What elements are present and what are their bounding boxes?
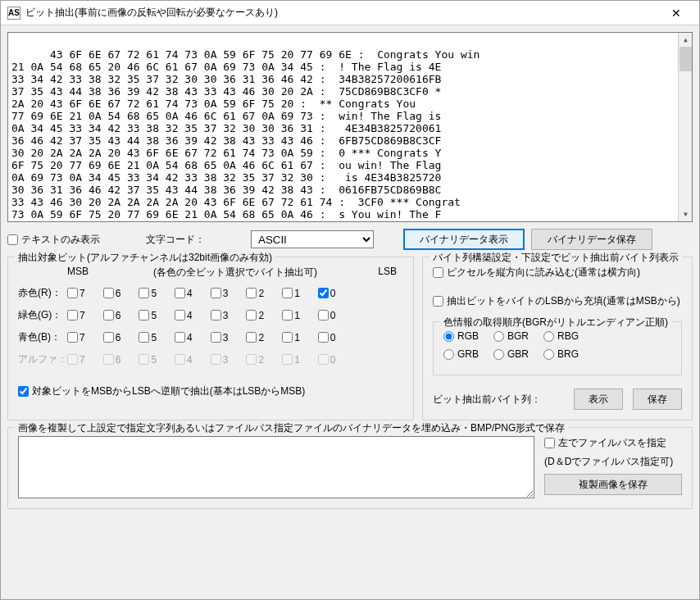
embed-textarea[interactable] [18, 436, 534, 498]
text-only-input[interactable] [7, 234, 18, 245]
app-window: AS ビット抽出(事前に画像の反転や回転が必要なケースあり) ✕ 43 6F 6… [0, 0, 700, 600]
bit-checkbox-2[interactable]: 2 [246, 288, 264, 299]
bit-input[interactable] [103, 288, 114, 298]
bit-checkbox-3[interactable]: 3 [211, 288, 229, 299]
bit-input[interactable] [139, 332, 149, 343]
bit-number-label: 0 [330, 310, 336, 321]
bit-checkbox-0[interactable]: 0 [318, 332, 336, 343]
bit-checkbox-5[interactable]: 5 [139, 288, 157, 299]
color-order-radio[interactable] [543, 349, 554, 360]
bit-input[interactable] [246, 310, 257, 320]
scroll-down-icon[interactable]: ▼ [679, 207, 693, 221]
color-order-bgr[interactable]: BGR [493, 330, 529, 342]
bit-checkbox-2[interactable]: 2 [246, 332, 264, 343]
bit-checkbox-3[interactable]: 3 [211, 332, 229, 343]
bit-checkbox-1[interactable]: 1 [282, 332, 300, 343]
color-order-radio[interactable] [543, 331, 554, 342]
bit-input[interactable] [103, 310, 114, 320]
text-only-checkbox[interactable]: テキストのみ表示 [7, 233, 100, 247]
bit-input[interactable] [318, 288, 329, 298]
reverse-order-label: 対象ビットをMSBからLSBへ逆順で抽出(基本はLSBからMSB) [32, 384, 305, 398]
bit-number-label: 7 [80, 310, 85, 321]
show-bytes-button[interactable]: 表示 [574, 389, 623, 410]
color-order-radio[interactable] [443, 331, 454, 342]
bit-checkbox-6[interactable]: 6 [103, 310, 121, 321]
filepath-input[interactable] [544, 438, 555, 448]
bit-input[interactable] [103, 332, 114, 343]
bit-checkbox-3[interactable]: 3 [211, 310, 229, 321]
bit-input[interactable] [318, 310, 329, 320]
color-order-gbr[interactable]: GBR [493, 348, 529, 360]
filepath-checkbox[interactable]: 左でファイルパスを指定 [544, 436, 682, 450]
save-binary-button[interactable]: バイナリデータ保存 [531, 229, 652, 250]
color-order-grb[interactable]: GRB [443, 348, 479, 360]
bit-input[interactable] [67, 332, 78, 343]
color-order-brg[interactable]: BRG [543, 348, 579, 360]
bit-checkbox-7[interactable]: 7 [67, 288, 85, 299]
bit-input[interactable] [67, 288, 78, 298]
lsb-label: LSB [370, 266, 403, 280]
bit-input[interactable] [282, 310, 293, 320]
bit-input[interactable] [211, 288, 221, 298]
color-order-radio[interactable] [443, 349, 454, 360]
bit-checkbox-4: 4 [175, 354, 193, 366]
bit-checkbox-2[interactable]: 2 [246, 310, 264, 321]
bit-input[interactable] [175, 288, 185, 298]
reverse-order-input[interactable] [18, 386, 29, 397]
hex-output[interactable]: 43 6F 6E 67 72 61 74 73 0A 59 6F 75 20 7… [7, 32, 693, 222]
save-bytes-button[interactable]: 保存 [633, 389, 682, 410]
bit-input[interactable] [282, 288, 293, 298]
bit-input [103, 354, 114, 365]
save-dup-button[interactable]: 複製画像を保存 [544, 474, 682, 495]
bit-checkbox-7[interactable]: 7 [67, 332, 85, 343]
encoding-select[interactable]: ASCII [251, 230, 374, 248]
scroll-thumb[interactable] [680, 47, 692, 71]
bit-checkbox-5[interactable]: 5 [139, 310, 157, 321]
bit-checkbox-1[interactable]: 1 [282, 288, 300, 299]
bit-input[interactable] [139, 310, 149, 320]
bit-checkbox-7[interactable]: 7 [67, 310, 85, 321]
reverse-order-checkbox[interactable]: 対象ビットをMSBからLSBへ逆順で抽出(基本はLSBからMSB) [18, 384, 305, 398]
bit-checkbox-4[interactable]: 4 [175, 332, 193, 343]
bit-input[interactable] [175, 332, 185, 343]
bit-input[interactable] [175, 310, 185, 320]
color-order-rgb[interactable]: RGB [443, 330, 479, 342]
bit-row-label: アルファ： [18, 352, 67, 366]
bit-checkbox-6[interactable]: 6 [103, 288, 121, 299]
color-order-rbg[interactable]: RBG [543, 330, 579, 342]
bit-checkbox-0[interactable]: 0 [318, 310, 336, 321]
bit-checkbox-1[interactable]: 1 [282, 310, 300, 321]
color-order-group: 色情報の取得順序(BGRがリトルエンディアン正順) RGBBGRRBGGRBGB… [433, 321, 682, 375]
color-order-radio[interactable] [493, 349, 504, 360]
bit-checkbox-4[interactable]: 4 [175, 288, 193, 299]
embed-side: 左でファイルパスを指定 (D＆Dでファイルパス指定可) 複製画像を保存 [544, 436, 682, 498]
bit-input[interactable] [246, 332, 257, 343]
fill-lsb-input[interactable] [433, 296, 443, 307]
bit-input[interactable] [318, 332, 329, 343]
bit-input[interactable] [139, 288, 149, 298]
bit-checkbox-6[interactable]: 6 [103, 332, 121, 343]
bit-number-label: 0 [330, 354, 336, 366]
bit-input[interactable] [282, 332, 293, 343]
read-vertical-checkbox[interactable]: ピクセルを縦方向に読み込む(通常は横方向) [433, 266, 682, 280]
bit-input [67, 354, 78, 365]
read-vertical-input[interactable] [433, 267, 443, 278]
bit-input[interactable] [246, 288, 257, 298]
show-binary-button[interactable]: バイナリデータ表示 [403, 229, 525, 250]
bit-input [139, 354, 149, 365]
bit-input[interactable] [211, 332, 221, 343]
vertical-scrollbar[interactable]: ▲ ▼ [678, 33, 692, 221]
color-order-radio[interactable] [493, 331, 504, 342]
bit-input [211, 354, 221, 365]
close-button[interactable]: ✕ [660, 2, 693, 25]
scroll-up-icon[interactable]: ▲ [679, 33, 693, 47]
fill-lsb-checkbox[interactable]: 抽出ビットをバイトのLSBから充填(通常はMSBから) [433, 294, 682, 308]
bit-input[interactable] [67, 310, 78, 320]
bit-input[interactable] [211, 310, 221, 320]
bit-checkbox-0[interactable]: 0 [318, 288, 336, 299]
color-order-label: GBR [507, 348, 529, 360]
bit-checkbox-5[interactable]: 5 [139, 332, 157, 343]
bit-checkbox-4[interactable]: 4 [175, 310, 193, 321]
bit-number-label: 2 [258, 332, 264, 343]
embed-group: 画像を複製して上設定で指定文字列あるいはファイルパス指定ファイルのバイナリデータ… [7, 427, 693, 509]
